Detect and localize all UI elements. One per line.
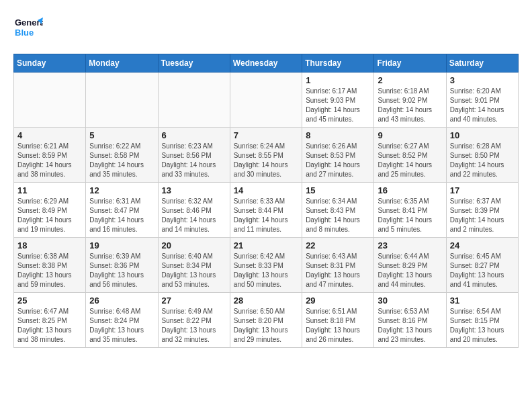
day-number: 31 bbox=[450, 295, 515, 306]
day-number: 26 bbox=[89, 295, 154, 306]
svg-text:Blue: Blue bbox=[15, 28, 34, 38]
weekday-header-friday: Friday bbox=[374, 54, 446, 73]
page-header: General Blue bbox=[13, 13, 519, 43]
calendar-cell: 26Sunrise: 6:48 AMSunset: 8:24 PMDayligh… bbox=[86, 293, 158, 348]
calendar-cell: 1Sunrise: 6:17 AMSunset: 9:03 PMDaylight… bbox=[302, 73, 374, 128]
weekday-header-thursday: Thursday bbox=[302, 54, 374, 73]
day-number: 7 bbox=[234, 130, 298, 140]
day-info: Sunrise: 6:23 AMSunset: 8:56 PMDaylight:… bbox=[162, 142, 226, 179]
day-number: 16 bbox=[378, 185, 442, 195]
weekday-header-wednesday: Wednesday bbox=[230, 54, 302, 73]
week-row-5: 25Sunrise: 6:47 AMSunset: 8:25 PMDayligh… bbox=[14, 293, 519, 348]
day-info: Sunrise: 6:40 AMSunset: 8:34 PMDaylight:… bbox=[162, 252, 226, 289]
calendar-cell: 17Sunrise: 6:37 AMSunset: 8:39 PMDayligh… bbox=[446, 183, 518, 238]
day-info: Sunrise: 6:38 AMSunset: 8:38 PMDaylight:… bbox=[17, 252, 82, 289]
calendar-cell bbox=[14, 73, 86, 128]
day-info: Sunrise: 6:26 AMSunset: 8:53 PMDaylight:… bbox=[306, 142, 370, 179]
calendar-cell: 10Sunrise: 6:28 AMSunset: 8:50 PMDayligh… bbox=[446, 128, 518, 183]
day-info: Sunrise: 6:42 AMSunset: 8:33 PMDaylight:… bbox=[234, 252, 298, 289]
calendar-cell: 24Sunrise: 6:45 AMSunset: 8:27 PMDayligh… bbox=[446, 238, 518, 293]
day-number: 23 bbox=[378, 240, 442, 250]
day-info: Sunrise: 6:35 AMSunset: 8:41 PMDaylight:… bbox=[378, 197, 442, 234]
weekday-header-tuesday: Tuesday bbox=[158, 54, 230, 73]
calendar-cell bbox=[158, 73, 230, 128]
day-number: 3 bbox=[450, 75, 515, 85]
calendar-cell: 22Sunrise: 6:43 AMSunset: 8:31 PMDayligh… bbox=[302, 238, 374, 293]
calendar-cell: 23Sunrise: 6:44 AMSunset: 8:29 PMDayligh… bbox=[374, 238, 446, 293]
day-info: Sunrise: 6:33 AMSunset: 8:44 PMDaylight:… bbox=[234, 197, 298, 234]
day-number: 17 bbox=[450, 185, 515, 195]
day-info: Sunrise: 6:18 AMSunset: 9:02 PMDaylight:… bbox=[378, 87, 442, 124]
calendar-cell: 4Sunrise: 6:21 AMSunset: 8:59 PMDaylight… bbox=[14, 128, 86, 183]
day-number: 14 bbox=[234, 185, 298, 195]
svg-text:General: General bbox=[15, 17, 43, 28]
day-number: 9 bbox=[378, 130, 442, 140]
day-info: Sunrise: 6:47 AMSunset: 8:25 PMDaylight:… bbox=[17, 307, 82, 345]
day-info: Sunrise: 6:20 AMSunset: 9:01 PMDaylight:… bbox=[450, 87, 515, 124]
weekday-header-sunday: Sunday bbox=[14, 54, 86, 73]
day-info: Sunrise: 6:54 AMSunset: 8:15 PMDaylight:… bbox=[450, 307, 515, 345]
calendar-cell: 12Sunrise: 6:31 AMSunset: 8:47 PMDayligh… bbox=[86, 183, 158, 238]
calendar-cell: 16Sunrise: 6:35 AMSunset: 8:41 PMDayligh… bbox=[374, 183, 446, 238]
day-number: 20 bbox=[162, 240, 226, 250]
calendar-cell bbox=[230, 73, 302, 128]
day-number: 12 bbox=[89, 185, 154, 195]
day-info: Sunrise: 6:32 AMSunset: 8:46 PMDaylight:… bbox=[162, 197, 226, 234]
day-info: Sunrise: 6:29 AMSunset: 8:49 PMDaylight:… bbox=[17, 197, 82, 234]
day-number: 24 bbox=[450, 240, 515, 250]
day-number: 21 bbox=[234, 240, 298, 250]
day-number: 22 bbox=[306, 240, 370, 250]
day-info: Sunrise: 6:17 AMSunset: 9:03 PMDaylight:… bbox=[306, 87, 370, 124]
calendar-cell: 18Sunrise: 6:38 AMSunset: 8:38 PMDayligh… bbox=[14, 238, 86, 293]
day-number: 11 bbox=[17, 185, 82, 195]
calendar-cell: 3Sunrise: 6:20 AMSunset: 9:01 PMDaylight… bbox=[446, 73, 518, 128]
day-info: Sunrise: 6:48 AMSunset: 8:24 PMDaylight:… bbox=[89, 307, 154, 345]
day-number: 1 bbox=[306, 75, 370, 85]
day-info: Sunrise: 6:53 AMSunset: 8:16 PMDaylight:… bbox=[378, 307, 442, 345]
logo: General Blue bbox=[13, 13, 43, 43]
calendar-cell: 15Sunrise: 6:34 AMSunset: 8:43 PMDayligh… bbox=[302, 183, 374, 238]
day-info: Sunrise: 6:21 AMSunset: 8:59 PMDaylight:… bbox=[17, 142, 82, 179]
week-row-2: 4Sunrise: 6:21 AMSunset: 8:59 PMDaylight… bbox=[14, 128, 519, 183]
calendar-cell: 11Sunrise: 6:29 AMSunset: 8:49 PMDayligh… bbox=[14, 183, 86, 238]
day-info: Sunrise: 6:24 AMSunset: 8:55 PMDaylight:… bbox=[234, 142, 298, 179]
day-info: Sunrise: 6:50 AMSunset: 8:20 PMDaylight:… bbox=[234, 307, 298, 345]
calendar-cell: 25Sunrise: 6:47 AMSunset: 8:25 PMDayligh… bbox=[14, 293, 86, 348]
week-row-3: 11Sunrise: 6:29 AMSunset: 8:49 PMDayligh… bbox=[14, 183, 519, 238]
weekday-header-saturday: Saturday bbox=[446, 54, 518, 73]
calendar-cell: 2Sunrise: 6:18 AMSunset: 9:02 PMDaylight… bbox=[374, 73, 446, 128]
calendar-cell: 29Sunrise: 6:51 AMSunset: 8:18 PMDayligh… bbox=[302, 293, 374, 348]
day-number: 8 bbox=[306, 130, 370, 140]
calendar-cell: 19Sunrise: 6:39 AMSunset: 8:36 PMDayligh… bbox=[86, 238, 158, 293]
calendar-cell: 20Sunrise: 6:40 AMSunset: 8:34 PMDayligh… bbox=[158, 238, 230, 293]
day-number: 18 bbox=[17, 240, 82, 250]
day-info: Sunrise: 6:49 AMSunset: 8:22 PMDaylight:… bbox=[162, 307, 226, 345]
day-info: Sunrise: 6:34 AMSunset: 8:43 PMDaylight:… bbox=[306, 197, 370, 234]
day-info: Sunrise: 6:37 AMSunset: 8:39 PMDaylight:… bbox=[450, 197, 515, 234]
day-number: 13 bbox=[162, 185, 226, 195]
calendar-cell: 14Sunrise: 6:33 AMSunset: 8:44 PMDayligh… bbox=[230, 183, 302, 238]
calendar-table: SundayMondayTuesdayWednesdayThursdayFrid… bbox=[13, 54, 519, 348]
calendar-cell: 6Sunrise: 6:23 AMSunset: 8:56 PMDaylight… bbox=[158, 128, 230, 183]
calendar-cell: 5Sunrise: 6:22 AMSunset: 8:58 PMDaylight… bbox=[86, 128, 158, 183]
calendar-cell: 27Sunrise: 6:49 AMSunset: 8:22 PMDayligh… bbox=[158, 293, 230, 348]
day-info: Sunrise: 6:31 AMSunset: 8:47 PMDaylight:… bbox=[89, 197, 154, 234]
calendar-cell: 8Sunrise: 6:26 AMSunset: 8:53 PMDaylight… bbox=[302, 128, 374, 183]
logo-bird-icon: General Blue bbox=[13, 13, 43, 43]
calendar-cell: 13Sunrise: 6:32 AMSunset: 8:46 PMDayligh… bbox=[158, 183, 230, 238]
calendar-cell: 9Sunrise: 6:27 AMSunset: 8:52 PMDaylight… bbox=[374, 128, 446, 183]
day-info: Sunrise: 6:43 AMSunset: 8:31 PMDaylight:… bbox=[306, 252, 370, 289]
day-info: Sunrise: 6:27 AMSunset: 8:52 PMDaylight:… bbox=[378, 142, 442, 179]
day-number: 4 bbox=[17, 130, 82, 140]
calendar-cell: 21Sunrise: 6:42 AMSunset: 8:33 PMDayligh… bbox=[230, 238, 302, 293]
day-number: 5 bbox=[89, 130, 154, 140]
day-info: Sunrise: 6:44 AMSunset: 8:29 PMDaylight:… bbox=[378, 252, 442, 289]
day-info: Sunrise: 6:22 AMSunset: 8:58 PMDaylight:… bbox=[89, 142, 154, 179]
day-number: 29 bbox=[306, 295, 370, 306]
day-number: 15 bbox=[306, 185, 370, 195]
day-number: 27 bbox=[162, 295, 226, 306]
day-number: 30 bbox=[378, 295, 442, 306]
day-number: 2 bbox=[378, 75, 442, 85]
calendar-cell: 7Sunrise: 6:24 AMSunset: 8:55 PMDaylight… bbox=[230, 128, 302, 183]
day-number: 19 bbox=[89, 240, 154, 250]
